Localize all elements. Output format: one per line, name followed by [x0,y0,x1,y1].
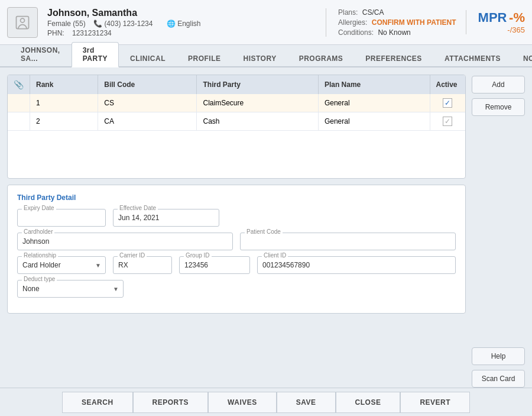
help-button[interactable]: Help [472,347,525,365]
mpr-percent: -% [509,10,525,25]
deduct-type-label: Deduct type [22,276,57,282]
table-row[interactable]: 1 CS ClaimSecure General [8,94,465,112]
deduct-type-select-wrapper: None Individual Family ▼ [17,280,124,298]
main-content: 📎 Rank Bill Code Third Party Plan Name A… [0,67,532,388]
group-id-label: Group ID [184,252,212,259]
row2-plan-name: General [318,112,430,131]
tabs-bar: JOHNSON, SA... 3rd PARTY CLINICAL PROFIL… [0,45,532,67]
row1-attach [8,94,30,112]
cardholder-field: Cardholder [17,233,233,250]
col-bill-code: Bill Code [98,75,197,94]
scan-card-button[interactable]: Scan Card [472,370,525,388]
active-checkbox-1[interactable] [443,98,452,108]
right-panel: Add Remove Help Scan Card [472,75,525,388]
row2-attach [8,112,30,131]
relationship-field: Relationship Card Holder Spouse Dependen… [17,256,106,274]
patient-code-input[interactable] [240,233,456,250]
tab-programs[interactable]: PROGRAMS [288,50,355,66]
form-row-relationship: Relationship Card Holder Spouse Dependen… [17,256,456,274]
row1-bill-code: CS [98,94,197,112]
effective-date-input[interactable] [113,209,219,227]
remove-button[interactable]: Remove [472,98,525,116]
waives-button[interactable]: WAIVES [208,392,277,413]
detail-title: Third Party Detail [17,194,456,202]
relationship-select[interactable]: Card Holder Spouse Dependent [17,256,106,274]
patient-conditions: No Known [378,28,410,37]
phn-label: PHN: [47,29,64,37]
tab-johnson[interactable]: JOHNSON, SA... [9,42,72,66]
patient-header: Johnson, Samantha Female (55) 📞 (403) 12… [0,0,532,45]
form-row-dates: Expiry Date Effective Date [17,209,456,227]
carrier-id-label: Carrier ID [118,252,147,259]
col-attach: 📎 [8,75,30,94]
relationship-select-wrapper: Card Holder Spouse Dependent ▼ [17,256,106,274]
row1-active [430,94,465,112]
row2-rank: 2 [30,112,98,131]
tab-attachments[interactable]: ATTACHMENTS [433,50,512,66]
active-checkbox-2[interactable] [443,117,452,126]
row1-rank: 1 [30,94,98,112]
col-active: Active [430,75,465,94]
patient-gender-age: Female (55) [47,20,86,28]
mpr-label: MPR [478,10,507,25]
third-party-detail: Third Party Detail Expiry Date Effective… [7,185,466,314]
carrier-id-input[interactable] [113,256,172,274]
tab-notes[interactable]: NOTES [512,50,532,66]
col-plan-name: Plan Name [318,75,430,94]
col-rank: Rank [30,75,98,94]
cardholder-label: Cardholder [22,228,54,235]
patient-phone: 📞 (403) 123-1234 [93,20,161,28]
form-row-deduct: Deduct type None Individual Family ▼ [17,280,456,298]
cardholder-input[interactable] [17,233,233,250]
reports-button[interactable]: REPORTS [133,392,209,413]
deduct-type-field: Deduct type None Individual Family ▼ [17,280,124,298]
tab-history[interactable]: HISTORY [232,50,287,66]
row1-plan-name: General [318,94,430,112]
attach-icon: 📎 [14,80,24,89]
patient-photo [7,7,38,38]
patient-details: Plans: CS/CA Allergies: CONFIRM WITH PAT… [326,8,456,37]
third-party-table-section: 📎 Rank Bill Code Third Party Plan Name A… [7,75,466,179]
effective-date-label: Effective Date [118,205,158,211]
patient-language: 🌐 English [167,20,207,28]
effective-date-field: Effective Date [113,209,219,227]
add-button[interactable]: Add [472,76,525,93]
group-id-input[interactable] [179,256,250,274]
patient-code-field: Patient Code [240,233,456,250]
table-row[interactable]: 2 CA Cash General [8,112,465,131]
table-header-row: 📎 Rank Bill Code Third Party Plan Name A… [8,75,465,94]
col-third-party: Third Party [197,75,318,94]
footer: SEARCH REPORTS WAIVES SAVE CLOSE REVERT [0,388,532,416]
expiry-date-input[interactable] [17,209,106,227]
mpr-sub: -/365 [478,25,525,34]
row1-third-party: ClaimSecure [197,94,318,112]
svg-point-1 [21,18,25,22]
patient-phn: 1231231234 [72,29,112,37]
carrier-id-field: Carrier ID [113,256,172,274]
patient-name: Johnson, Samantha [47,8,312,18]
group-id-field: Group ID [179,256,250,274]
tab-profile[interactable]: PROFILE [177,50,232,66]
expiry-date-label: Expiry Date [22,205,56,211]
revert-button[interactable]: REVERT [400,392,470,413]
tab-preferences[interactable]: PREFERENCES [354,50,433,66]
patient-code-label: Patient Code [245,228,283,235]
patient-allergies: CONFIRM WITH PATIENT [372,18,456,27]
plans-label: Plans: [338,8,358,17]
conditions-label: Conditions: [338,28,374,37]
search-button[interactable]: SEARCH [62,392,133,413]
tab-3rd-party[interactable]: 3rd PARTY [72,42,119,67]
row2-third-party: Cash [197,112,318,131]
relationship-label: Relationship [22,252,58,259]
table-spacer-row [8,131,465,178]
close-button[interactable]: CLOSE [336,392,401,413]
row2-bill-code: CA [98,112,197,131]
client-id-field: Client ID [257,256,456,274]
client-id-input[interactable] [257,256,456,274]
save-button[interactable]: SAVE [277,392,336,413]
tab-clinical[interactable]: CLINICAL [119,50,177,66]
patient-info: Johnson, Samantha Female (55) 📞 (403) 12… [47,8,312,37]
row2-active [430,112,465,131]
deduct-type-select[interactable]: None Individual Family [17,280,124,298]
form-row-cardholder: Cardholder Patient Code [17,233,456,250]
